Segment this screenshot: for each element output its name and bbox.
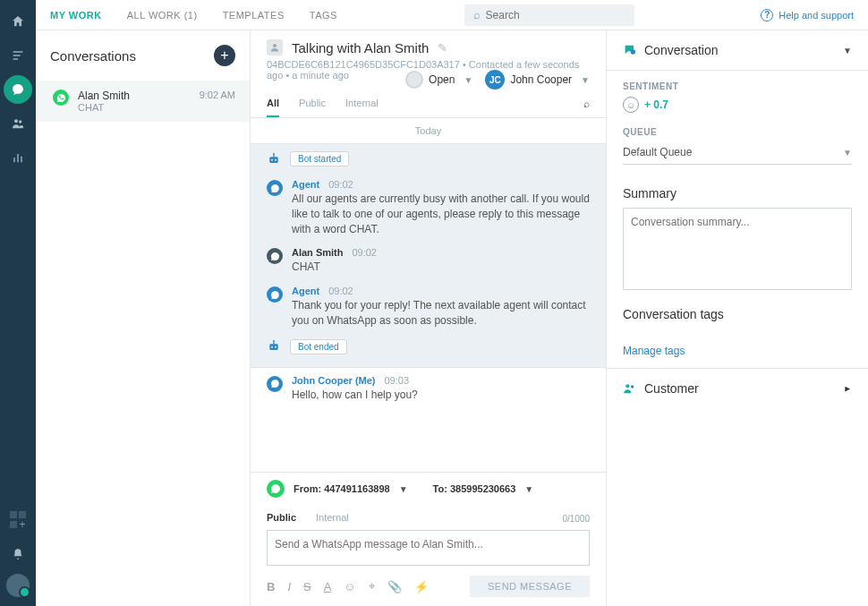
conversation-item-name: Alan Smith <box>78 90 191 102</box>
chevron-down-icon: ▼ <box>843 46 852 55</box>
bell-icon[interactable] <box>4 540 32 568</box>
conversation-icon <box>623 43 637 57</box>
home-icon[interactable] <box>4 7 32 36</box>
whatsapp-icon <box>53 90 69 106</box>
whatsapp-icon <box>267 480 285 498</box>
queue-label: QUEUE <box>623 127 852 137</box>
message-sender: Agent <box>292 179 319 190</box>
conversations-title: Conversations <box>50 48 136 64</box>
search-input[interactable] <box>486 9 625 21</box>
location-icon[interactable]: ⌖ <box>369 579 375 593</box>
svg-point-8 <box>273 44 277 47</box>
queue-dropdown[interactable]: Default Queue ▼ <box>623 141 852 165</box>
messages-area: Today Bot started Agent09:02 All our age… <box>251 118 606 472</box>
conversations-list: Conversations + Alan Smith CHAT 9:02 AM <box>36 30 251 606</box>
message-time: 09:02 <box>352 247 377 258</box>
message-sender: John Cooper (Me) <box>292 375 376 386</box>
emoji-icon[interactable]: ☺ <box>344 580 355 593</box>
message-body: All our agents are currently busy with a… <box>292 192 590 236</box>
svg-point-11 <box>275 158 277 160</box>
strike-icon[interactable]: S <box>303 580 311 593</box>
msg-tab-all[interactable]: All <box>267 90 279 117</box>
agent-icon <box>267 286 283 303</box>
edit-title-icon[interactable]: ✎ <box>438 41 447 55</box>
help-icon: ? <box>761 9 773 21</box>
customer-section-header[interactable]: Customer ▼ <box>607 368 868 408</box>
to-label: To: 385995230663 <box>433 483 516 494</box>
topbar: MY WORK ALL WORK (1) TEMPLATES TAGS ⌕ ? … <box>36 0 868 30</box>
tags-label: Conversation tags <box>623 307 852 321</box>
svg-point-4 <box>19 120 21 123</box>
svg-point-10 <box>271 158 273 160</box>
owner-dropdown[interactable]: JC John Cooper ▼ <box>485 70 590 90</box>
svg-rect-9 <box>269 157 277 163</box>
manage-tags-link[interactable]: Manage tags <box>623 345 685 357</box>
compose-tab-public[interactable]: Public <box>267 512 296 523</box>
msg-tab-internal[interactable]: Internal <box>345 90 379 117</box>
svg-point-13 <box>273 153 275 155</box>
status-open-icon <box>405 71 423 89</box>
conversation-item[interactable]: Alan Smith CHAT 9:02 AM <box>36 81 250 122</box>
svg-point-20 <box>625 384 629 388</box>
list-icon[interactable] <box>4 41 32 70</box>
svg-point-3 <box>14 119 18 123</box>
status-dropdown[interactable]: Open ▼ <box>405 71 472 89</box>
tab-tags[interactable]: TAGS <box>310 10 337 21</box>
from-dropdown-icon[interactable]: ▼ <box>399 484 408 494</box>
sentiment-label: SENTIMENT <box>623 81 852 91</box>
chevron-right-icon: ▼ <box>843 384 853 393</box>
people-icon[interactable] <box>4 109 32 138</box>
tab-my-work[interactable]: MY WORK <box>50 10 102 21</box>
message-body: Thank you for your reply! The next avail… <box>292 298 590 329</box>
bolt-icon[interactable]: ⚡ <box>414 580 429 593</box>
char-counter: 0/1000 <box>562 512 590 524</box>
sentiment-face-icon: ☺ <box>623 97 639 113</box>
svg-point-16 <box>275 346 277 348</box>
sentiment-value: + 0.7 <box>644 98 668 111</box>
chevron-down-icon: ▼ <box>581 75 590 85</box>
tab-templates[interactable]: TEMPLATES <box>223 10 285 21</box>
chevron-down-icon: ▼ <box>464 75 472 85</box>
attach-icon[interactable]: 📎 <box>387 580 402 593</box>
summary-input[interactable] <box>623 208 852 290</box>
to-dropdown-icon[interactable]: ▼ <box>524 484 533 494</box>
chat-icon[interactable] <box>4 75 32 104</box>
search-box[interactable]: ⌕ <box>464 4 634 26</box>
svg-point-21 <box>631 385 634 388</box>
tab-all-work[interactable]: ALL WORK (1) <box>127 10 198 21</box>
bold-icon[interactable]: B <box>267 580 275 593</box>
conversation-section-header[interactable]: Conversation ▼ <box>607 30 868 71</box>
search-icon: ⌕ <box>473 8 481 21</box>
msg-tab-public[interactable]: Public <box>299 90 326 117</box>
italic-icon[interactable]: I <box>287 580 291 593</box>
svg-point-15 <box>271 346 273 348</box>
font-icon[interactable]: A <box>324 580 332 593</box>
help-link[interactable]: ? Help and support <box>761 9 854 21</box>
summary-label: Summary <box>623 186 852 201</box>
message-time: 09:02 <box>328 286 353 296</box>
owner-avatar: JC <box>485 70 505 90</box>
add-conversation-button[interactable]: + <box>214 45 235 66</box>
from-label: From: 447491163898 <box>294 483 390 494</box>
message-body: CHAT <box>292 260 590 275</box>
message-input[interactable] <box>267 530 590 566</box>
right-panel: Conversation ▼ SENTIMENT ☺ + 0.7 QUEUE D… <box>607 30 868 606</box>
svg-point-18 <box>273 340 275 342</box>
analytics-icon[interactable] <box>4 143 32 172</box>
conversation-item-time: 9:02 AM <box>200 90 235 100</box>
whatsapp-icon <box>267 248 283 264</box>
bot-started-pill: Bot started <box>290 151 349 166</box>
message-time: 09:02 <box>328 179 353 190</box>
chevron-down-icon: ▼ <box>843 148 852 158</box>
send-button[interactable]: SEND MESSAGE <box>470 576 590 597</box>
bot-icon <box>267 339 281 354</box>
date-divider: Today <box>251 118 606 143</box>
apps-icon[interactable]: + <box>7 511 29 529</box>
agent-icon <box>267 180 283 196</box>
svg-rect-14 <box>269 345 277 351</box>
conversation-item-sub: CHAT <box>78 102 191 113</box>
agent-icon <box>267 376 283 392</box>
compose-tab-internal[interactable]: Internal <box>316 512 349 523</box>
message-search-icon[interactable]: ⌕ <box>583 98 590 110</box>
avatar-me[interactable] <box>6 574 30 597</box>
